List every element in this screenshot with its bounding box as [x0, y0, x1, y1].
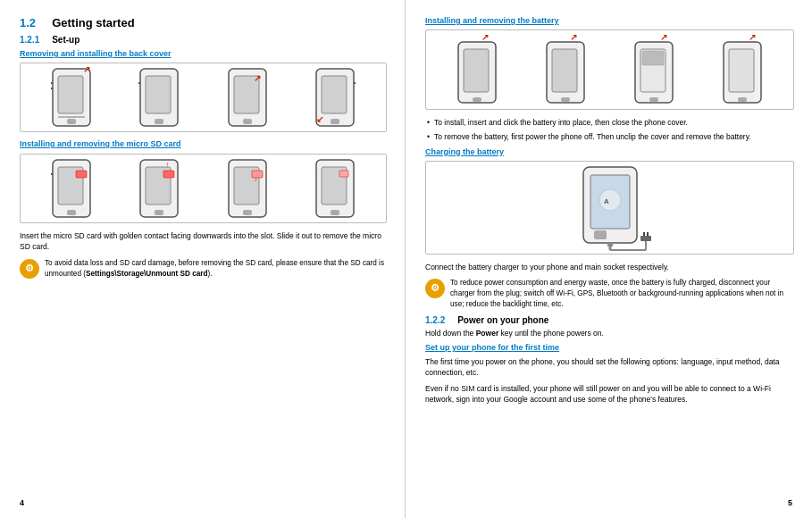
phone-unit-3: ↗	[227, 67, 268, 128]
svg-rect-27	[155, 210, 163, 215]
back-cover-phones-row: ↗	[21, 63, 386, 131]
svg-rect-9	[155, 119, 163, 124]
back-cover-heading: Removing and installing the back cover	[20, 49, 387, 58]
svg-text:↗: ↗	[749, 35, 756, 42]
svg-rect-8	[146, 76, 171, 113]
charging-phone-illustration: A	[426, 162, 793, 254]
battery-phones-row: ↗ ↗ ↗	[426, 30, 793, 109]
svg-rect-23	[76, 171, 87, 178]
phone-unit-1: ↗	[51, 67, 92, 128]
battery-heading: Installing and removing the battery	[425, 16, 794, 25]
svg-rect-40	[464, 49, 489, 92]
tip-icon-charging: ⚙	[425, 279, 445, 298]
power-body: Hold down the Power key until the phone …	[425, 328, 794, 338]
section-title-block: 1.2 Getting started	[20, 16, 387, 29]
sd-card-heading: Installing and removing the micro SD car…	[20, 139, 387, 148]
svg-rect-60	[594, 230, 607, 239]
first-time-heading: Set up your phone for the first time	[425, 343, 794, 352]
back-cover-image-box: ↗	[20, 63, 387, 132]
battery-image-box: ↗ ↗ ↗	[425, 29, 794, 110]
svg-rect-49	[642, 51, 664, 65]
svg-rect-66	[643, 232, 645, 236]
sd-card-phones-row: ↑ ↓	[21, 155, 386, 222]
svg-rect-50	[649, 97, 658, 102]
power-subsection-heading: 1.2.2 Power on your phone	[425, 315, 548, 325]
tip-text-charging: To reduce power consumption and energy w…	[450, 278, 794, 310]
svg-rect-1	[58, 76, 83, 113]
page-container: 1.2 Getting started 1.2.1 Set-up Removin…	[0, 0, 812, 518]
svg-text:↗: ↗	[570, 35, 577, 42]
sd-card-image-box: ↑ ↓	[20, 154, 387, 223]
first-time-body-2: Even if no SIM card is installed, your p…	[425, 383, 794, 405]
svg-rect-54	[738, 97, 747, 102]
tip-text-sd: To avoid data loss and SD card damage, b…	[45, 258, 387, 280]
phone-unit-2	[138, 67, 180, 128]
power-subsection-block: 1.2.2 Power on your phone	[425, 315, 794, 325]
svg-text:↗: ↗	[481, 35, 489, 42]
svg-rect-38	[339, 171, 348, 177]
svg-rect-41	[473, 97, 481, 102]
svg-rect-22	[67, 210, 76, 215]
svg-rect-44	[552, 49, 577, 92]
page-number-left: 4	[20, 498, 24, 507]
sd-card-body: Insert the micro SD card with golden con…	[20, 230, 387, 253]
svg-text:↗: ↗	[254, 73, 261, 83]
svg-rect-67	[647, 232, 649, 236]
svg-rect-16	[322, 76, 347, 113]
svg-rect-53	[729, 49, 754, 92]
svg-rect-58	[599, 189, 621, 211]
svg-text:↗: ↗	[660, 35, 667, 42]
right-column: Installing and removing the battery ↗ ↗	[406, 0, 812, 518]
battery-bullet-1: To install, insert and click the battery…	[425, 117, 794, 128]
left-column: 1.2 Getting started 1.2.1 Set-up Removin…	[0, 0, 406, 518]
svg-text:↓: ↓	[254, 175, 257, 183]
svg-rect-32	[243, 210, 252, 215]
tip-icon-sd: ⚙	[20, 259, 39, 279]
svg-rect-37	[331, 210, 339, 215]
phone-unit-4: ↙	[314, 67, 356, 128]
battery-bullet-2: To remove the battery, first power the p…	[425, 131, 794, 142]
svg-rect-61	[607, 243, 613, 246]
tip-box-sd: ⚙ To avoid data loss and SD card damage,…	[20, 258, 387, 280]
page-number-right: 5	[788, 498, 792, 507]
charging-heading: Charging the battery	[425, 147, 794, 156]
first-time-body-1: The first time you power on the phone, y…	[425, 356, 794, 379]
subsection-heading: 1.2.1 Set-up	[20, 35, 80, 45]
subsection-title-block: 1.2.1 Set-up	[20, 35, 387, 45]
svg-rect-13	[243, 119, 252, 124]
svg-text:↗: ↗	[83, 67, 90, 74]
tip-box-charging: ⚙ To reduce power consumption and energy…	[425, 278, 794, 310]
charging-image-box: A	[425, 161, 794, 255]
svg-rect-17	[331, 119, 339, 124]
charging-body: Connect the battery charger to your phon…	[425, 262, 794, 272]
sd-card-heading-block: Installing and removing the micro SD car…	[20, 139, 387, 148]
svg-rect-45	[561, 97, 570, 102]
svg-text:A: A	[604, 197, 609, 205]
section-heading: 1.2 Getting started	[20, 16, 135, 29]
svg-rect-65	[640, 236, 651, 241]
svg-rect-28	[163, 171, 174, 178]
charging-heading-block: Charging the battery	[425, 147, 794, 156]
svg-text:↑: ↑	[165, 161, 169, 169]
svg-rect-3	[67, 119, 76, 124]
svg-text:↙: ↙	[316, 114, 323, 124]
